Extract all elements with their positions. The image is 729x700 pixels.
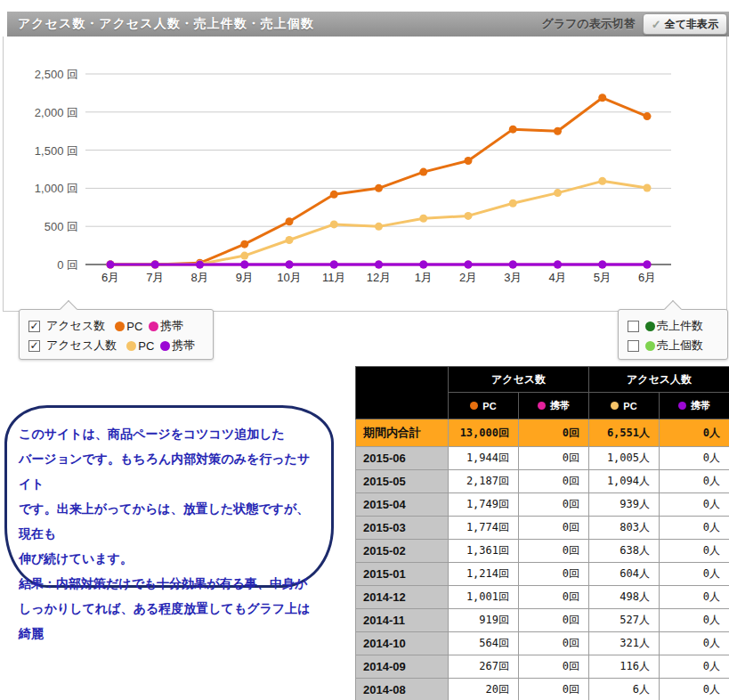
table-cell: 267回: [449, 655, 519, 679]
legend-device-item: PC: [126, 339, 154, 353]
legend-checkbox[interactable]: [628, 340, 639, 352]
table-cell: 6,551人: [589, 419, 660, 447]
x-axis-label: 11月: [322, 271, 346, 284]
row-label: 2014-08: [356, 679, 449, 700]
legend-device-label: 携帯: [172, 338, 195, 354]
row-label: 2015-01: [356, 563, 449, 586]
subheader-inner: 携帯: [660, 399, 729, 412]
stats-table: アクセス数 アクセス人数 PC携帯PC携帯 期間内合計13,000回0回6,55…: [355, 366, 729, 700]
series-color-dot: [470, 402, 478, 410]
data-point[interactable]: [598, 177, 606, 185]
note-bubble: このサイトは、商品ページをコツコツ追加した バージョンです。もちろん内部対策のみ…: [4, 405, 334, 588]
data-point[interactable]: [196, 261, 204, 269]
series-color-dot: [645, 341, 655, 351]
table-cell: 13,000回: [449, 419, 519, 447]
data-point[interactable]: [375, 223, 383, 231]
row-label: 2014-11: [356, 609, 449, 632]
data-point[interactable]: [598, 94, 606, 102]
row-label: 期間内合計: [356, 419, 449, 447]
data-point[interactable]: [465, 261, 473, 269]
table-row: 2015-021,361回0回638人0人: [356, 540, 729, 563]
legend-access-popup: ✓アクセス数PC携帯✓アクセス人数PC携帯: [19, 309, 214, 360]
legend-checkbox[interactable]: ✓: [28, 321, 40, 332]
data-point[interactable]: [330, 191, 338, 199]
legend-device-label: 携帯: [160, 318, 183, 334]
table-cell: 1,944回: [449, 447, 519, 470]
table-cell: 1,214回: [449, 563, 519, 586]
series-color-dot: [149, 322, 158, 331]
hide-all-button[interactable]: ✓ 全て非表示: [643, 13, 727, 35]
legend-row: ✓アクセス人数PC携帯: [28, 336, 204, 355]
data-point[interactable]: [286, 217, 294, 225]
data-point[interactable]: [509, 126, 517, 134]
series-color-dot: [645, 322, 655, 331]
data-point[interactable]: [419, 261, 427, 269]
table-cell: 919回: [449, 609, 519, 632]
row-label: 2015-03: [356, 517, 449, 540]
table-row: 2014-09267回0回116人0人: [356, 655, 729, 679]
table-cell: 6人: [589, 679, 660, 700]
table-cell: 0回: [519, 632, 589, 655]
data-point[interactable]: [375, 184, 383, 192]
data-point[interactable]: [598, 261, 606, 269]
table-cell: 0回: [519, 540, 589, 563]
data-point[interactable]: [465, 212, 473, 220]
data-point[interactable]: [286, 236, 294, 244]
series-color-dot: [611, 402, 619, 410]
x-axis-label: 2月: [459, 271, 477, 284]
table-cell: 1,361回: [449, 540, 519, 563]
legend-series-item: 売上個数: [645, 338, 703, 354]
data-point[interactable]: [330, 261, 338, 269]
series-color-dot: [126, 341, 136, 351]
table-cell: 0回: [519, 563, 589, 586]
column-group-visitors: アクセス人数: [589, 367, 729, 393]
data-point[interactable]: [419, 215, 427, 223]
data-point[interactable]: [644, 261, 652, 269]
legend-series-item: 売上件数: [645, 318, 703, 334]
data-point[interactable]: [554, 127, 562, 135]
y-axis-label: 0 回: [57, 258, 78, 272]
note-text: このサイトは、商品ページをコツコツ追加した バージョンです。もちろん内部対策のみ…: [19, 421, 320, 646]
x-axis-labels: 6月7月8月9月10月11月12月1月2月3月4月5月6月: [101, 271, 656, 284]
table-cell: 1,001回: [449, 586, 519, 609]
legend-checkbox[interactable]: [628, 321, 639, 332]
table-cell: 0回: [519, 470, 589, 493]
line-chart: 0 回500 回1,000 回1,500 回2,000 回2,500 回6月7月…: [4, 37, 726, 310]
table-cell: 803人: [589, 517, 660, 540]
data-point[interactable]: [509, 199, 517, 208]
data-point[interactable]: [465, 157, 473, 165]
data-point[interactable]: [240, 240, 248, 248]
x-axis-label: 6月: [638, 271, 656, 284]
series-color-dot: [678, 402, 686, 410]
table-cell: 116人: [589, 655, 660, 679]
x-axis-label: 8月: [190, 271, 208, 284]
table-cell: 0人: [660, 419, 729, 447]
data-point[interactable]: [286, 261, 294, 269]
legend-device-label: PC: [138, 339, 154, 353]
data-point[interactable]: [151, 261, 159, 269]
table-corner-cell: [356, 367, 449, 419]
row-label: 2014-09: [356, 655, 449, 679]
table-cell: 0回: [519, 679, 589, 700]
data-point[interactable]: [240, 252, 248, 260]
x-axis-label: 6月: [101, 271, 119, 284]
data-point[interactable]: [554, 261, 562, 269]
table-cell: 604人: [589, 563, 660, 586]
data-point[interactable]: [554, 189, 562, 197]
data-point[interactable]: [644, 183, 652, 191]
data-point[interactable]: [330, 220, 338, 228]
table-cell: 321人: [589, 632, 660, 655]
x-axis-label: 3月: [504, 271, 522, 284]
table-row: 2014-121,001回0回498人0人: [356, 586, 729, 609]
data-point[interactable]: [375, 261, 383, 269]
data-point[interactable]: [419, 168, 427, 176]
legend-checkbox[interactable]: ✓: [28, 340, 40, 352]
data-point[interactable]: [240, 261, 248, 269]
table-cell: 0人: [660, 493, 729, 517]
data-point[interactable]: [509, 261, 517, 269]
table-cell: 0人: [660, 540, 729, 563]
table-row: 2014-10564回0回321人0人: [356, 632, 729, 655]
table-row: 2014-11919回0回527人0人: [356, 609, 729, 632]
data-point[interactable]: [644, 112, 652, 120]
data-point[interactable]: [107, 261, 115, 269]
